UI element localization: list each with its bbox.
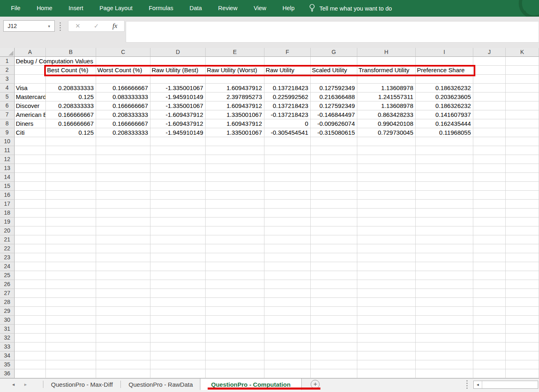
cell-F30[interactable]: [264, 316, 311, 325]
cell-E24[interactable]: [206, 262, 264, 271]
cell-H11[interactable]: [357, 146, 416, 155]
cell-C20[interactable]: [96, 226, 150, 235]
cell-D5[interactable]: -1.945910149: [150, 93, 206, 101]
cell-J33[interactable]: [473, 342, 506, 351]
column-header-F[interactable]: F: [264, 48, 311, 57]
cell-J5[interactable]: [473, 93, 506, 101]
cell-K27[interactable]: [506, 289, 539, 298]
cell-H36[interactable]: [357, 369, 416, 378]
cell-E21[interactable]: [206, 235, 264, 244]
row-header-9[interactable]: 9: [0, 128, 15, 137]
cell-G23[interactable]: [311, 253, 357, 262]
cell-K1[interactable]: [506, 57, 539, 66]
row-header-1[interactable]: 1: [0, 57, 15, 66]
cell-D22[interactable]: [150, 244, 206, 253]
cell-C32[interactable]: [96, 334, 150, 342]
cell-K35[interactable]: [506, 360, 539, 369]
cell-D1[interactable]: [150, 57, 206, 66]
cell-A19[interactable]: [15, 218, 46, 226]
cell-K5[interactable]: [506, 93, 539, 101]
cell-H6[interactable]: 1.13608978: [357, 101, 416, 110]
cell-H19[interactable]: [357, 218, 416, 226]
cell-J17[interactable]: [473, 200, 506, 209]
cell-J7[interactable]: [473, 110, 506, 119]
row-header-19[interactable]: 19: [0, 218, 15, 226]
cell-J36[interactable]: [473, 369, 506, 378]
cell-E3[interactable]: [206, 75, 264, 84]
cell-F15[interactable]: [264, 182, 311, 191]
cell-H4[interactable]: 1.13608978: [357, 84, 416, 93]
cell-B3[interactable]: [46, 75, 96, 84]
horizontal-scrollbar-track[interactable]: [482, 381, 538, 388]
cell-F25[interactable]: [264, 271, 311, 280]
cell-I2[interactable]: Preference Share: [416, 66, 473, 75]
cell-K7[interactable]: [506, 110, 539, 119]
cell-C23[interactable]: [96, 253, 150, 262]
cell-F32[interactable]: [264, 334, 311, 342]
cell-D26[interactable]: [150, 280, 206, 289]
cell-J34[interactable]: [473, 351, 506, 360]
tell-me-box[interactable]: Tell me what you want to do: [309, 4, 392, 13]
cell-B32[interactable]: [46, 334, 96, 342]
cell-F21[interactable]: [264, 235, 311, 244]
column-header-H[interactable]: H: [357, 48, 416, 57]
row-header-25[interactable]: 25: [0, 271, 15, 280]
column-header-G[interactable]: G: [311, 48, 357, 57]
row-header-14[interactable]: 14: [0, 173, 15, 182]
cell-C13[interactable]: [96, 164, 150, 173]
cell-C19[interactable]: [96, 218, 150, 226]
cell-F16[interactable]: [264, 191, 311, 200]
cell-H3[interactable]: [357, 75, 416, 84]
row-header-10[interactable]: 10: [0, 137, 15, 146]
cell-C2[interactable]: Worst Count (%): [96, 66, 150, 75]
row-header-36[interactable]: 36: [0, 369, 15, 378]
cell-H14[interactable]: [357, 173, 416, 182]
row-header-13[interactable]: 13: [0, 164, 15, 173]
cell-E14[interactable]: [206, 173, 264, 182]
cell-F33[interactable]: [264, 342, 311, 351]
row-header-17[interactable]: 17: [0, 200, 15, 209]
cell-B35[interactable]: [46, 360, 96, 369]
cell-K36[interactable]: [506, 369, 539, 378]
row-header-22[interactable]: 22: [0, 244, 15, 253]
cell-F8[interactable]: 0: [264, 119, 311, 128]
cell-B34[interactable]: [46, 351, 96, 360]
cell-G36[interactable]: [311, 369, 357, 378]
cell-E31[interactable]: [206, 325, 264, 334]
cell-J1[interactable]: [473, 57, 506, 66]
cell-D23[interactable]: [150, 253, 206, 262]
ribbon-tab-insert[interactable]: Insert: [60, 0, 91, 17]
cell-E26[interactable]: [206, 280, 264, 289]
cell-I25[interactable]: [416, 271, 473, 280]
cell-H9[interactable]: 0.729730045: [357, 128, 416, 137]
cell-A6[interactable]: Discover: [15, 101, 46, 110]
cell-G34[interactable]: [311, 351, 357, 360]
cell-I23[interactable]: [416, 253, 473, 262]
cell-I16[interactable]: [416, 191, 473, 200]
cell-A4[interactable]: Visa: [15, 84, 46, 93]
cell-D11[interactable]: [150, 146, 206, 155]
cell-E2[interactable]: Raw Utility (Worst): [206, 66, 264, 75]
cell-J30[interactable]: [473, 316, 506, 325]
formula-input[interactable]: [126, 21, 539, 43]
cell-F7[interactable]: -0.137218423: [264, 110, 311, 119]
cell-I15[interactable]: [416, 182, 473, 191]
cell-H30[interactable]: [357, 316, 416, 325]
ribbon-tab-formulas[interactable]: Formulas: [141, 0, 181, 17]
cell-E25[interactable]: [206, 271, 264, 280]
cell-H20[interactable]: [357, 226, 416, 235]
cell-F6[interactable]: 0.137218423: [264, 101, 311, 110]
cell-B13[interactable]: [46, 164, 96, 173]
cell-G13[interactable]: [311, 164, 357, 173]
cell-K15[interactable]: [506, 182, 539, 191]
cell-K19[interactable]: [506, 218, 539, 226]
cell-F11[interactable]: [264, 146, 311, 155]
cell-I35[interactable]: [416, 360, 473, 369]
cell-F34[interactable]: [264, 351, 311, 360]
cell-B18[interactable]: [46, 209, 96, 218]
cell-K8[interactable]: [506, 119, 539, 128]
cell-G29[interactable]: [311, 307, 357, 316]
column-header-D[interactable]: D: [150, 48, 206, 57]
cell-A8[interactable]: Diners: [15, 119, 46, 128]
cell-E18[interactable]: [206, 209, 264, 218]
